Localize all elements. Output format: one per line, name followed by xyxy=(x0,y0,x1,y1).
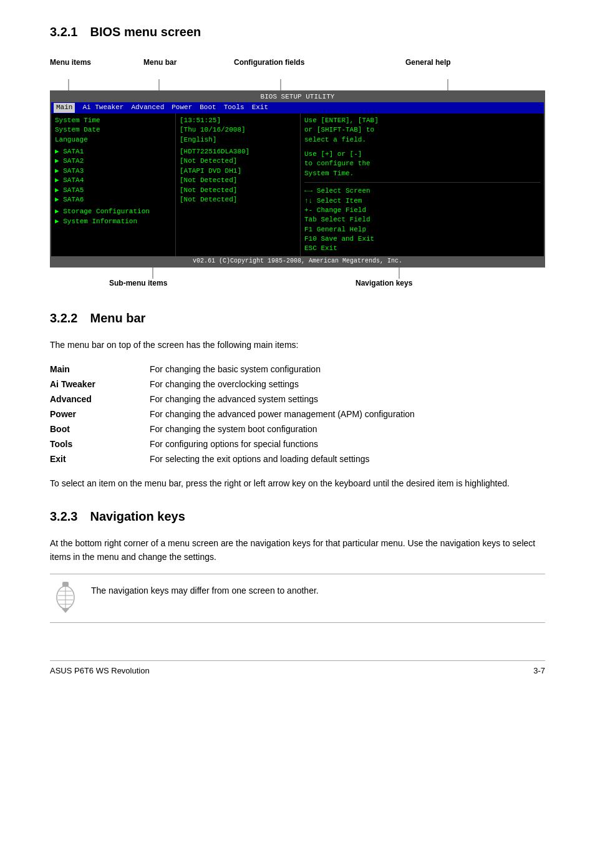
bios-item-sata3: ▶ SATA3 xyxy=(55,166,172,176)
bios-val-sata6: [Not Detected] xyxy=(180,195,296,205)
bios-val-lang: [English] xyxy=(180,135,296,145)
bios-nav-select-field: Tab Select Field xyxy=(304,215,540,224)
nav-keys-intro: At the bottom right corner of a menu scr… xyxy=(50,536,545,564)
bios-left-panel: System Time System Date Language ▶ SATA1… xyxy=(51,113,176,256)
bios-tab-exit[interactable]: Exit xyxy=(252,103,268,112)
section-321-number: 3.2.1 xyxy=(50,25,77,39)
section-323-title: Navigation keys xyxy=(90,509,185,524)
section-323: 3.2.3 Navigation keys At the bottom righ… xyxy=(50,509,545,624)
bios-item-sata1: ▶ SATA1 xyxy=(55,147,172,157)
menu-bar-row: Advanced For changing the advanced syste… xyxy=(50,392,545,407)
menu-bar-item-desc: For changing the overclocking settings xyxy=(150,377,545,392)
bios-val-sata5: [Not Detected] xyxy=(180,186,296,195)
bios-val-sata3: [ATAPI DVD DH1] xyxy=(180,166,296,176)
bios-screen: BIOS SETUP UTILITY Main Ai Tweaker Advan… xyxy=(50,90,545,268)
menu-bar-row: Power For changing the advanced power ma… xyxy=(50,407,545,422)
label-navigation-keys: Navigation keys xyxy=(356,279,412,287)
bios-help-line5: to configure the xyxy=(304,159,540,168)
section-322-heading: 3.2.2 Menu bar xyxy=(50,311,545,326)
bios-menu-bar: Main Ai Tweaker Advanced Power Boot Tool… xyxy=(51,102,544,113)
menu-bar-row: Exit For selecting the exit options and … xyxy=(50,451,545,466)
bios-val-sata1: [HDT722516DLA380] xyxy=(180,147,296,157)
bios-item-sata6: ▶ SATA6 xyxy=(55,195,172,205)
bios-help-line1: Use [ENTER], [TAB] xyxy=(304,116,540,125)
note-text: The navigation keys may differ from one … xyxy=(91,582,319,597)
bios-item-sata2: ▶ SATA2 xyxy=(55,157,172,166)
label-menu-items: Menu items xyxy=(50,58,91,67)
bios-nav-general-help: F1 General Help xyxy=(304,225,540,234)
section-323-heading: 3.2.3 Navigation keys xyxy=(50,509,545,524)
bios-tab-boot[interactable]: Boot xyxy=(200,103,216,112)
menu-bar-item-desc: For configuring options for special func… xyxy=(150,436,545,451)
menu-bar-row: Ai Tweaker For changing the overclocking… xyxy=(50,377,545,392)
section-322-title: Menu bar xyxy=(90,311,145,326)
section-322-number: 3.2.2 xyxy=(50,311,77,326)
menu-bar-footer-note: To select an item on the menu bar, press… xyxy=(50,476,545,490)
menu-bar-item-name: Main xyxy=(50,362,150,377)
menu-bar-item-desc: For changing the advanced power manageme… xyxy=(150,407,545,422)
menu-bar-item-name: Exit xyxy=(50,451,150,466)
label-sub-menu-items: Sub-menu items xyxy=(109,279,167,287)
menu-bar-item-desc: For changing the system boot configurati… xyxy=(150,422,545,436)
bios-item-system-date: System Date xyxy=(55,125,172,135)
footer-right: 3-7 xyxy=(533,666,545,675)
bios-tab-advanced[interactable]: Advanced xyxy=(131,103,164,112)
label-config-fields: Configuration fields xyxy=(234,58,304,67)
connector-lines-bottom xyxy=(50,268,545,279)
page-footer: ASUS P6T6 WS Revolution 3-7 xyxy=(50,660,545,675)
menu-bar-row: Tools For configuring options for specia… xyxy=(50,436,545,451)
svg-rect-13 xyxy=(62,582,69,587)
bios-nav-save-exit: F10 Save and Exit xyxy=(304,234,540,244)
bios-item-sysinfo: ▶ System Information xyxy=(55,217,172,226)
label-menu-bar: Menu bar xyxy=(143,58,177,67)
menu-bar-intro: The menu bar on top of the screen has th… xyxy=(50,338,545,352)
bios-tab-main[interactable]: Main xyxy=(54,103,75,112)
bios-val-date: [Thu 10/16/2008] xyxy=(180,125,296,135)
connector-lines-top xyxy=(50,79,545,90)
section-322: 3.2.2 Menu bar The menu bar on top of th… xyxy=(50,311,545,491)
bios-item-sata4: ▶ SATA4 xyxy=(55,176,172,185)
menu-bar-row: Main For changing the basic system confi… xyxy=(50,362,545,377)
bios-nav-select-item: ↑↓ Select Item xyxy=(304,196,540,206)
bios-item-sata5: ▶ SATA5 xyxy=(55,186,172,195)
bios-val-sata4: [Not Detected] xyxy=(180,176,296,185)
section-321-heading: 3.2.1 BIOS menu screen xyxy=(50,25,545,39)
bios-item-language: Language xyxy=(55,135,172,145)
pencil-svg-icon xyxy=(53,582,78,613)
bios-help-line6: System Time. xyxy=(304,169,540,178)
label-general-help: General help xyxy=(405,58,451,67)
bios-tab-power[interactable]: Power xyxy=(172,103,192,112)
bios-item-system-time: System Time xyxy=(55,116,172,125)
menu-bar-item-name: Ai Tweaker xyxy=(50,377,150,392)
bios-help-line3: select a field. xyxy=(304,135,540,145)
bios-tab-tools[interactable]: Tools xyxy=(224,103,244,112)
menu-bar-row: Boot For changing the system boot config… xyxy=(50,422,545,436)
bios-diagram: Menu items Menu bar Configuration fields… xyxy=(50,58,545,292)
menu-bar-item-name: Power xyxy=(50,407,150,422)
bios-footer: v02.61 (C)Copyright 1985-2008, American … xyxy=(51,256,544,266)
menu-bar-item-name: Advanced xyxy=(50,392,150,407)
footer-left: ASUS P6T6 WS Revolution xyxy=(50,666,150,675)
bios-help-line2: or [SHIFT-TAB] to xyxy=(304,125,540,135)
bios-item-storage: ▶ Storage Configuration xyxy=(55,207,172,216)
bios-nav-change-field: +- Change Field xyxy=(304,206,540,215)
bios-right-panel: Use [ENTER], [TAB] or [SHIFT-TAB] to sel… xyxy=(301,113,544,256)
menu-bar-item-desc: For selecting the exit options and loadi… xyxy=(150,451,545,466)
section-323-number: 3.2.3 xyxy=(50,509,77,524)
menu-bar-item-name: Tools xyxy=(50,436,150,451)
bios-val-sata2: [Not Detected] xyxy=(180,157,296,166)
section-321-title: BIOS menu screen xyxy=(90,25,201,39)
menu-bar-item-desc: For changing the advanced system setting… xyxy=(150,392,545,407)
note-box: The navigation keys may differ from one … xyxy=(50,574,545,623)
menu-bar-table: Main For changing the basic system confi… xyxy=(50,362,545,466)
bios-body: System Time System Date Language ▶ SATA1… xyxy=(51,113,544,256)
bios-title-bar: BIOS SETUP UTILITY xyxy=(51,92,544,102)
bios-tab-ai-tweaker[interactable]: Ai Tweaker xyxy=(82,103,123,112)
note-icon xyxy=(50,582,81,615)
bios-help-line4: Use [+] or [-] xyxy=(304,150,540,159)
menu-bar-item-desc: For changing the basic system configurat… xyxy=(150,362,545,377)
bios-center-panel: [13:51:25] [Thu 10/16/2008] [English] [H… xyxy=(176,113,301,256)
bios-nav-select-screen: ←→ Select Screen xyxy=(304,186,540,196)
menu-bar-item-name: Boot xyxy=(50,422,150,436)
bios-nav-esc: ESC Exit xyxy=(304,244,540,253)
